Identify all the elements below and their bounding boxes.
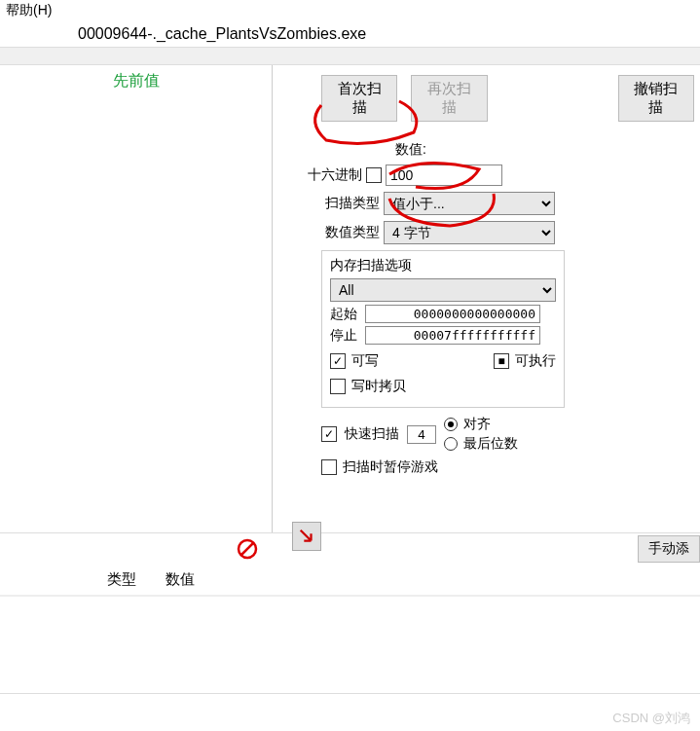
writable-label: 可写 — [351, 352, 379, 370]
col-value: 数值 — [166, 570, 195, 589]
fast-scan-checkbox[interactable] — [321, 426, 337, 442]
scan-type-label: 扫描类型 — [292, 195, 380, 212]
pause-game-label: 扫描时暂停游戏 — [343, 458, 438, 476]
memory-region-select[interactable]: All — [330, 278, 556, 302]
hex-label: 十六进制 — [282, 166, 362, 184]
value-label: 数值: — [395, 141, 426, 159]
last-digits-radio[interactable] — [444, 437, 458, 451]
copy-on-write-checkbox[interactable] — [330, 379, 346, 394]
value-type-label: 数值类型 — [292, 224, 380, 241]
last-digits-label: 最后位数 — [463, 435, 518, 453]
prev-value-header: 先前值 — [0, 65, 272, 97]
svg-line-1 — [241, 543, 253, 555]
watermark: CSDN @刘鸿 — [612, 710, 690, 727]
value-type-select[interactable]: 4 字节 — [384, 221, 555, 244]
menu-help[interactable]: 帮助(H) — [6, 2, 52, 18]
fast-scan-label: 快速扫描 — [345, 425, 399, 443]
undo-scan-button[interactable]: 撤销扫描 — [618, 75, 694, 122]
arrow-down-right-icon — [298, 528, 315, 545]
scan-panel: 首次扫描 再次扫描 撤销扫描 数值: 十六进制 扫描类型 值小于... 数值类型… — [273, 65, 700, 532]
fast-scan-value[interactable] — [407, 425, 436, 444]
address-table[interactable] — [0, 597, 700, 694]
memory-scan-options: 内存扫描选项 All 起始 停止 可写 — [321, 250, 565, 408]
start-address-input[interactable] — [365, 305, 540, 323]
clear-icon[interactable] — [234, 535, 261, 563]
writable-checkbox[interactable] — [330, 353, 346, 369]
stop-label: 停止 — [330, 327, 359, 345]
address-table-header: 类型 数值 — [0, 565, 700, 597]
next-scan-button: 再次扫描 — [411, 75, 487, 122]
mem-group-title: 内存扫描选项 — [330, 257, 556, 274]
first-scan-button[interactable]: 首次扫描 — [321, 75, 397, 122]
results-list[interactable] — [0, 97, 272, 532]
executable-checkbox[interactable] — [494, 353, 509, 369]
toolbar-strip — [0, 48, 700, 65]
value-input[interactable] — [386, 164, 502, 186]
aligned-label: 对齐 — [463, 416, 491, 433]
aligned-radio[interactable] — [444, 418, 458, 431]
results-panel: 先前值 — [0, 65, 273, 532]
hex-checkbox[interactable] — [366, 167, 382, 183]
process-title: 00009644-._cache_PlantsVsZombies.exe — [0, 21, 700, 48]
manual-add-button[interactable]: 手动添 — [638, 535, 700, 563]
col-type: 类型 — [107, 570, 136, 589]
copy-on-write-label: 写时拷贝 — [351, 378, 406, 395]
add-to-list-button[interactable] — [292, 522, 321, 551]
scan-type-select[interactable]: 值小于... — [384, 192, 555, 215]
menubar: 帮助(H) — [0, 0, 700, 21]
stop-address-input[interactable] — [365, 326, 540, 345]
executable-label: 可执行 — [515, 352, 556, 370]
pause-game-checkbox[interactable] — [321, 459, 337, 475]
start-label: 起始 — [330, 306, 359, 323]
